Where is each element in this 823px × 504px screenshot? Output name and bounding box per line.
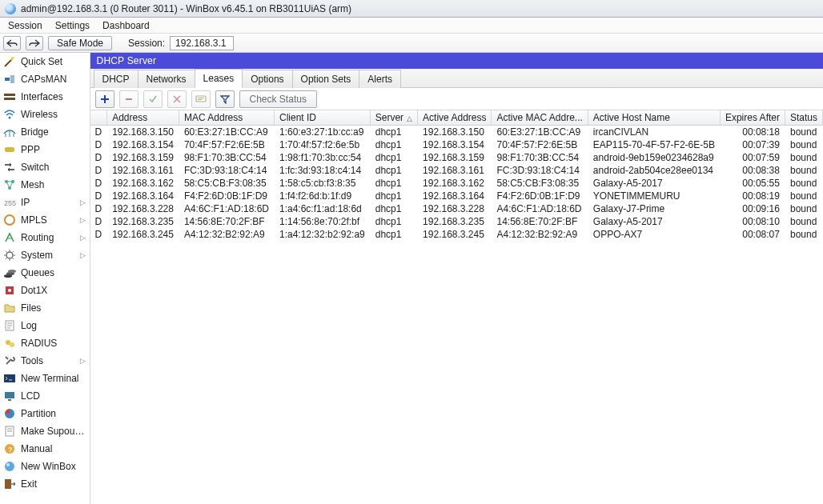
cell-clientid: 1:70:4f:57:f2:6e:5b [275,138,371,151]
table-row[interactable]: D192.168.3.15470:4F:57:F2:6E:5B1:70:4f:5… [90,138,823,151]
remove-button[interactable] [119,90,139,108]
sidebar-item-partition[interactable]: Partition [0,405,90,422]
filter-button[interactable] [215,90,235,108]
col-flag[interactable] [90,110,107,126]
sidebar-item-manual[interactable]: ?Manual [0,440,90,458]
col-server[interactable]: Server△ [370,110,417,126]
sidebar-item-system[interactable]: System▷ [0,246,90,264]
routing-icon [3,231,16,244]
tools-icon [3,354,16,367]
sidebar-item-capsman[interactable]: CAPsMAN [0,70,90,88]
tab-alerts[interactable]: Alerts [359,70,401,88]
redo-button[interactable] [26,36,43,50]
sidebar-item-mesh[interactable]: Mesh [0,176,90,194]
cell-clientid: 1:a4:12:32:b2:92:a9 [275,228,371,241]
sidebar-item-radius[interactable]: RADIUS [0,334,90,352]
svg-rect-4 [4,98,15,100]
sidebar-item-make-supout-rif[interactable]: Make Supout.rif [0,422,90,440]
table-row[interactable]: D192.168.3.16258:C5:CB:F3:08:351:58:c5:c… [90,177,823,190]
sidebar-item-wireless[interactable]: Wireless [0,106,90,123]
sidebar-item-queues[interactable]: Queues [0,264,90,282]
cell-active-mac: FC:3D:93:18:C4:14 [492,164,588,177]
disable-button[interactable] [167,90,187,108]
menu-dashboard[interactable]: Dashboard [102,20,150,31]
undo-button[interactable] [3,36,21,50]
leases-table-wrap[interactable]: Address MAC Address Client ID Server△ Ac… [90,110,823,504]
col-clientid[interactable]: Client ID [275,110,371,126]
col-status[interactable]: Status [785,110,822,126]
cell-server: dhcp1 [370,126,417,138]
sidebar-item-mpls[interactable]: MPLS▷ [0,211,90,229]
sidebar-item-files[interactable]: Files [0,299,90,317]
supout-icon [3,425,16,438]
leases-table: Address MAC Address Client ID Server△ Ac… [90,110,823,241]
sidebar-item-ip[interactable]: 255IP▷ [0,194,90,211]
table-row[interactable]: D192.168.3.164F4:F2:6D:0B:1F:D91:f4:f2:6… [90,190,823,202]
cell-address: 192.168.3.164 [107,190,179,202]
sidebar-item-dot1x[interactable]: Dot1X [0,282,90,299]
col-active-mac[interactable]: Active MAC Addre... [492,110,588,126]
cell-flag: D [90,215,107,228]
sidebar-item-quick-set[interactable]: Quick Set [0,53,90,70]
col-mac[interactable]: MAC Address [179,110,274,126]
app-icon [5,3,16,14]
tab-leases[interactable]: Leases [195,69,243,88]
col-expires[interactable]: Expires After [720,110,785,126]
cell-active-address: 192.168.3.245 [418,228,492,241]
session-field[interactable]: 192.168.3.1 [170,36,234,50]
sidebar-item-label: Partition [21,408,86,419]
table-row[interactable]: D192.168.3.161FC:3D:93:18:C4:141:fc:3d:9… [90,164,823,177]
sidebar-item-exit[interactable]: Exit [0,475,90,493]
cell-flag: D [90,190,107,202]
col-active-host[interactable]: Active Host Name [588,110,720,126]
cell-mac: 58:C5:CB:F3:08:35 [179,177,274,190]
cell-host: OPPO-AX7 [588,228,720,241]
cell-clientid: 1:58:c5:cb:f3:8:35 [275,177,371,190]
system-icon [3,249,16,262]
col-active-address[interactable]: Active Address [418,110,492,126]
sidebar-item-interfaces[interactable]: Interfaces [0,88,90,106]
cell-host: YONETIMMEMURU [588,190,720,202]
enable-button[interactable] [143,90,163,108]
wifi-icon [3,108,16,121]
cell-mac: 70:4F:57:F2:6E:5B [179,138,274,151]
cell-address: 192.168.3.150 [107,126,179,138]
table-row[interactable]: D192.168.3.228A4:6C:F1:AD:18:6D1:a4:6c:f… [90,202,823,215]
col-address[interactable]: Address [107,110,179,126]
menu-settings[interactable]: Settings [55,20,90,31]
sidebar-item-tools[interactable]: Tools▷ [0,352,90,370]
add-button[interactable] [95,90,114,108]
svg-point-17 [8,289,11,292]
check-status-button[interactable]: Check Status [239,90,317,108]
tab-networks[interactable]: Networks [138,70,195,88]
cell-address: 192.168.3.245 [107,228,179,241]
cell-active-address: 192.168.3.161 [418,164,492,177]
table-row[interactable]: D192.168.3.15060:E3:27:1B:CC:A91:60:e3:2… [90,126,823,138]
queues-icon [3,266,16,279]
sidebar-item-routing[interactable]: Routing▷ [0,229,90,246]
sidebar-item-ppp[interactable]: PPP [0,141,90,158]
tab-dhcp[interactable]: DHCP [94,70,139,88]
cell-status: bound [785,151,822,164]
safe-mode-button[interactable]: Safe Mode [48,36,112,50]
svg-rect-30 [196,96,206,102]
menu-session[interactable]: Session [8,20,42,31]
sidebar-item-log[interactable]: Log [0,317,90,334]
sidebar-item-new-terminal[interactable]: New Terminal [0,370,90,387]
table-row[interactable]: D192.168.3.23514:56:8E:70:2F:BF1:14:56:8… [90,215,823,228]
cell-expires: 00:07:39 [720,138,785,151]
table-row[interactable]: D192.168.3.245A4:12:32:B2:92:A91:a4:12:3… [90,228,823,241]
sidebar-item-bridge[interactable]: Bridge [0,123,90,141]
chevron-right-icon: ▷ [80,251,86,259]
tab-option-sets[interactable]: Option Sets [292,70,360,88]
sidebar-item-new-winbox[interactable]: New WinBox [0,458,90,475]
sidebar-item-switch[interactable]: Switch [0,158,90,176]
svg-point-12 [6,252,13,258]
mpls-icon [3,214,16,226]
tab-options[interactable]: Options [242,70,292,88]
sidebar-item-lcd[interactable]: LCD [0,387,90,405]
titlebar: admin@192.168.3.1 (0 Router 3011) - WinB… [0,0,823,18]
comment-button[interactable] [191,90,211,108]
svg-text:?: ? [8,446,13,454]
table-row[interactable]: D192.168.3.15998:F1:70:3B:CC:541:98:f1:7… [90,151,823,164]
